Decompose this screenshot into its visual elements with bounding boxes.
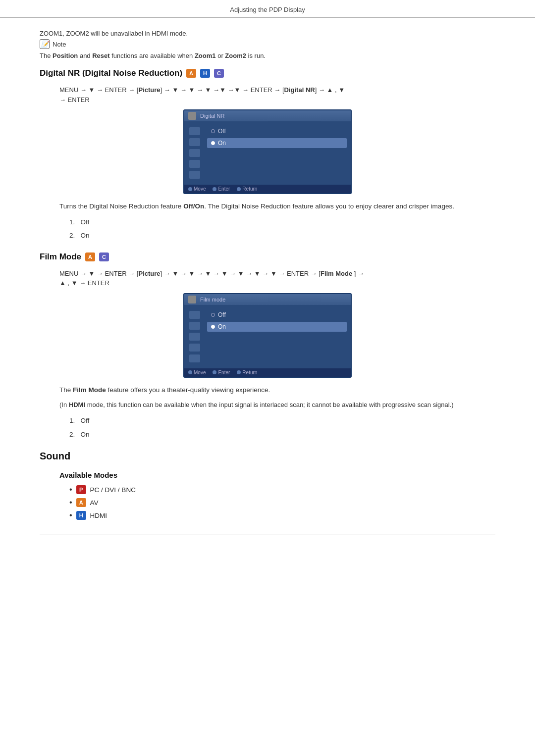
footer-dot-enter (213, 187, 216, 191)
badge-a-film: A (85, 252, 95, 261)
digital-nr-list-on: 2. On (69, 230, 495, 241)
sound-section: Sound Available Modes • P PC / DVI / BNC… (40, 451, 495, 520)
content-area: ZOOM1, ZOOM2 will be unavailabel in HDMI… (0, 18, 535, 555)
film-footer-move-label: Move (194, 370, 206, 375)
badge-c-digital: C (214, 69, 224, 78)
digital-nr-menu-path: MENU → ▼ → ENTER → [Picture] → ▼ → ▼ → ▼… (59, 85, 495, 104)
footer-line (40, 535, 495, 535)
film-mode-screenshot: Film mode Off (183, 293, 352, 378)
option-dot-off (211, 129, 215, 133)
badge-h-sound: H (76, 511, 86, 520)
digital-nr-section: Digital NR (Digital Noise Reduction) A H… (40, 68, 495, 241)
footer-return-label: Return (242, 186, 257, 192)
badge-c-film: C (99, 252, 109, 261)
option-dot-on (211, 141, 215, 145)
screen-title-icon (188, 112, 196, 120)
film-option-on-label: On (218, 323, 226, 330)
note-label: Note (53, 41, 66, 48)
option-on-digital[interactable]: On (207, 138, 347, 148)
screen-icon-1 (189, 127, 200, 135)
film-screen-icon-1 (189, 311, 200, 319)
digital-nr-description: Turns the Digital Noise Reduction featur… (59, 201, 495, 212)
bullet-av: • (69, 498, 72, 507)
mode-label-av: AV (90, 499, 99, 506)
film-mode-title: Film Mode A C (40, 252, 495, 262)
film-mode-screen: Film mode Off (183, 293, 352, 378)
note-block: ZOOM1, ZOOM2 will be unavailabel in HDMI… (40, 30, 495, 59)
film-screen-icon-2 (189, 322, 200, 330)
film-option-off: Off (207, 310, 347, 320)
film-mode-list-off: 1. Off (69, 415, 495, 426)
mode-item-hdmi: • H HDMI (69, 511, 495, 520)
footer-move: Move (188, 186, 206, 192)
footer-enter-label: Enter (218, 186, 230, 192)
film-screen-icon-4 (189, 344, 200, 352)
film-option-on[interactable]: On (207, 322, 347, 332)
digital-nr-list-off: 1. Off (69, 217, 495, 228)
note-icon: 📝 (40, 39, 50, 49)
mode-label-hdmi: HDMI (90, 512, 107, 519)
screen-icon-3 (189, 149, 200, 157)
screen-footer-digital: Move Enter Return (184, 185, 351, 193)
footer-dot-move (188, 187, 192, 191)
screen-options: Off On (205, 124, 351, 182)
footer-enter: Enter (213, 186, 230, 192)
footer-dot-return (237, 187, 241, 191)
badge-h-digital: H (200, 69, 210, 78)
available-modes-title: Available Modes (59, 471, 495, 479)
film-mode-description2: (In HDMI mode, this function can be avai… (59, 400, 495, 410)
screen-icon-2 (189, 138, 200, 146)
mode-item-av: • A AV (69, 498, 495, 507)
badge-a-digital: A (186, 69, 196, 78)
option-off-label: Off (218, 128, 226, 135)
available-modes-list: • P PC / DVI / BNC • A AV • H HDMI (69, 485, 495, 520)
digital-nr-screen: Digital NR Off (183, 109, 352, 194)
screen-icon-column (184, 124, 205, 182)
film-footer-enter-label: Enter (218, 370, 230, 375)
film-screen-options: Off On (205, 308, 351, 365)
film-footer-dot-return (237, 370, 241, 374)
film-footer-dot-enter (213, 370, 216, 374)
film-mode-screen-title: Film mode (184, 294, 351, 305)
digital-nr-screenshot: Digital NR Off (183, 109, 352, 194)
screen-icon-4 (189, 160, 200, 168)
film-mode-description1: The Film Mode feature offers you a theat… (59, 385, 495, 396)
film-footer-dot-move (188, 370, 192, 374)
digital-nr-screen-body: Off On (184, 121, 351, 185)
film-option-dot-on (211, 325, 215, 329)
film-option-off-label: Off (218, 311, 226, 318)
badge-a-sound: A (76, 498, 86, 507)
film-footer-enter: Enter (213, 370, 230, 375)
film-mode-section: Film Mode A C MENU → ▼ → ENTER → [Pictur… (40, 252, 495, 440)
bullet-pc: • (69, 485, 72, 494)
film-screen-icon-3 (189, 333, 200, 341)
footer-move-label: Move (194, 186, 206, 192)
mode-item-pc: • P PC / DVI / BNC (69, 485, 495, 494)
note-desc: The Position and Reset functions are ava… (40, 52, 495, 59)
option-on-label: On (218, 140, 226, 147)
digital-nr-title-text: Digital NR (Digital Noise Reduction) (40, 68, 182, 78)
note-icon-row: 📝 Note (40, 39, 495, 49)
film-mode-screen-body: Off On (184, 305, 351, 368)
screen-icon-5 (189, 171, 200, 179)
mode-label-pc: PC / DVI / BNC (90, 486, 136, 494)
sound-title: Sound (40, 451, 495, 462)
badge-p: P (76, 485, 86, 494)
bullet-hdmi: • (69, 511, 72, 520)
film-screen-footer: Move Enter Return (184, 368, 351, 377)
option-off-digital: Off (207, 126, 347, 136)
digital-nr-title: Digital NR (Digital Noise Reduction) A H… (40, 68, 495, 78)
footer-return: Return (237, 186, 257, 192)
film-mode-list-on: 2. On (69, 429, 495, 440)
film-mode-menu-path: MENU → ▼ → ENTER → [Picture] → ▼ → ▼ → ▼… (59, 269, 495, 288)
film-screen-title-icon (188, 296, 196, 303)
screen-title-text: Digital NR (200, 113, 225, 119)
header-title: Adjusting the PDP Display (230, 6, 305, 13)
film-footer-move: Move (188, 370, 206, 375)
film-screen-icon-column (184, 308, 205, 365)
film-option-dot-off (211, 313, 215, 317)
header-bar: Adjusting the PDP Display (0, 0, 535, 18)
page-wrapper: Adjusting the PDP Display ZOOM1, ZOOM2 w… (0, 0, 535, 756)
digital-nr-screen-title: Digital NR (184, 110, 351, 121)
film-screen-icon-5 (189, 354, 200, 362)
